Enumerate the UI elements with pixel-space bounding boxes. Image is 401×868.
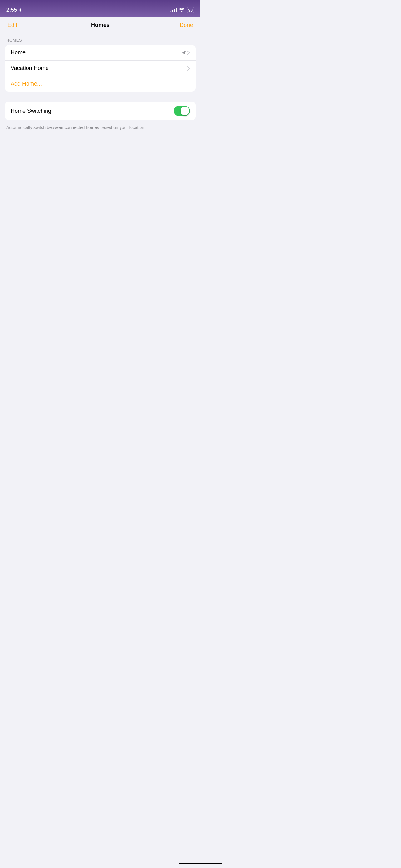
vacation-home-label: Vacation Home: [11, 65, 49, 71]
chevron-right-icon: [187, 51, 190, 55]
home-switching-row: Home Switching: [5, 101, 196, 120]
add-home-label: Add Home...: [11, 81, 42, 87]
signal-bar-3: [174, 9, 175, 12]
home-item[interactable]: Home: [5, 45, 196, 61]
done-button[interactable]: Done: [179, 22, 193, 28]
edit-button[interactable]: Edit: [7, 22, 17, 28]
chevron-right-icon-2: [187, 66, 190, 71]
home-item-right: [181, 51, 190, 55]
location-icon: [19, 8, 22, 12]
svg-point-0: [181, 11, 182, 12]
status-time: 2:55: [6, 7, 22, 13]
vacation-home-item-right: [187, 66, 190, 71]
home-switching-description: Automatically switch between connected h…: [5, 123, 196, 136]
signal-bar-1: [170, 11, 171, 12]
main-content: HOMES Home Vacation Home: [0, 32, 201, 136]
homes-section-header: HOMES: [5, 38, 196, 42]
nav-bar: Edit Homes Done: [0, 17, 201, 32]
add-home-item[interactable]: Add Home...: [5, 76, 196, 92]
status-bar: 2:55 90: [0, 0, 201, 17]
home-switching-label: Home Switching: [11, 108, 51, 114]
signal-bar-4: [175, 8, 177, 12]
signal-bars: [170, 8, 177, 12]
battery-level: 90: [188, 8, 193, 12]
wifi-icon: [179, 7, 185, 13]
page-title: Homes: [91, 22, 110, 28]
status-icons: 90: [170, 7, 194, 13]
home-label: Home: [11, 50, 26, 56]
homes-list: Home Vacation Home Add Home...: [5, 45, 196, 92]
home-switching-toggle[interactable]: [174, 106, 190, 116]
time-label: 2:55: [6, 7, 17, 13]
signal-bar-2: [172, 10, 173, 12]
toggle-knob: [180, 106, 189, 115]
location-arrow-icon: [181, 51, 186, 55]
vacation-home-item[interactable]: Vacation Home: [5, 61, 196, 76]
battery-indicator: 90: [187, 7, 194, 13]
home-switching-card: Home Switching: [5, 101, 196, 120]
